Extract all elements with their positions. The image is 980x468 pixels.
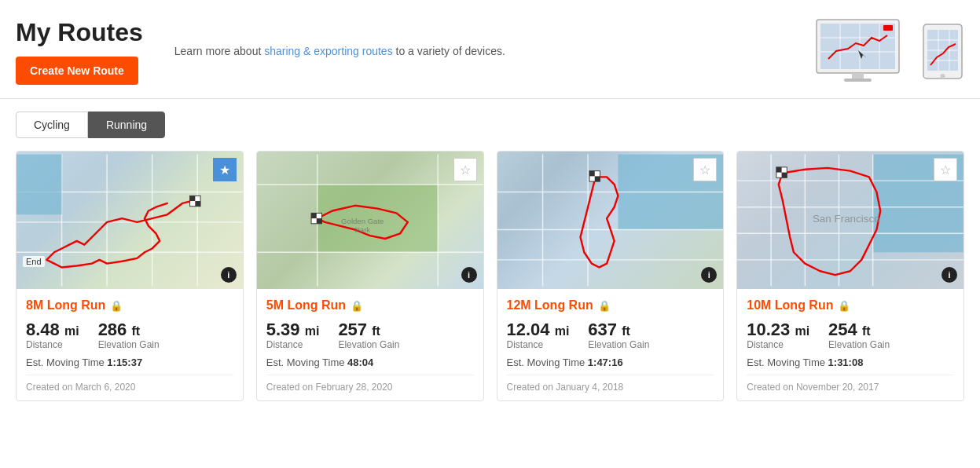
svg-rect-58 <box>776 167 782 173</box>
star-button-2[interactable]: ☆ <box>453 158 477 181</box>
distance-value-2: 5.39 mi <box>266 320 320 339</box>
distance-label-2: Distance <box>266 339 320 350</box>
distance-stat-3: 12.04 mi Distance <box>507 320 570 350</box>
distance-label-4: Distance <box>747 339 809 350</box>
route-stats-3: 12.04 mi Distance 637 ft Elevation Gain <box>507 320 714 350</box>
distance-label-1: Distance <box>26 339 79 350</box>
routes-grid: ★ i End 8M Long Run 🔒 8.48 mi Distance 2… <box>0 138 980 417</box>
route-info-1: 8M Long Run 🔒 8.48 mi Distance 286 ft El… <box>17 289 243 400</box>
lock-icon-3: 🔒 <box>598 300 611 312</box>
svg-rect-36 <box>317 218 322 224</box>
created-date-3: Created on January 4, 2018 <box>507 375 714 393</box>
route-stats-2: 5.39 mi Distance 257 ft Elevation Gain <box>266 320 474 350</box>
info-button-4[interactable]: i <box>941 267 957 283</box>
create-new-route-button[interactable]: Create New Route <box>16 57 138 85</box>
elevation-label-3: Elevation Gain <box>588 339 649 350</box>
svg-rect-9 <box>844 79 872 82</box>
elevation-label-2: Elevation Gain <box>338 339 399 350</box>
route-path-svg-1 <box>17 152 243 289</box>
sharing-exporting-link[interactable]: sharing & exporting routes <box>264 45 392 57</box>
elevation-value-1: 286 ft <box>98 320 160 339</box>
svg-rect-7 <box>883 25 893 31</box>
star-button-3[interactable]: ☆ <box>693 158 717 181</box>
route-map-4: San Francisco ☆ i <box>737 152 963 289</box>
lock-icon-1: 🔒 <box>110 300 123 312</box>
star-button-1[interactable]: ★ <box>213 158 237 181</box>
route-info-3: 12M Long Run 🔒 12.04 mi Distance 637 ft … <box>497 289 724 400</box>
route-info-2: 5M Long Run 🔒 5.39 mi Distance 257 ft El… <box>257 289 483 400</box>
route-card-1[interactable]: ★ i End 8M Long Run 🔒 8.48 mi Distance 2… <box>16 151 244 401</box>
elevation-label-1: Elevation Gain <box>98 339 160 350</box>
svg-rect-59 <box>782 173 787 178</box>
route-title-3[interactable]: 12M Long Run 🔒 <box>507 298 714 313</box>
svg-rect-25 <box>17 155 62 215</box>
star-button-4[interactable]: ☆ <box>934 158 957 181</box>
distance-value-4: 10.23 mi <box>747 320 809 339</box>
svg-text:Park: Park <box>354 225 370 234</box>
route-type-tabs: Cycling Running <box>16 112 964 138</box>
elevation-stat-3: 637 ft Elevation Gain <box>588 320 649 350</box>
svg-rect-27 <box>190 196 196 201</box>
monitor-icon <box>813 16 915 86</box>
tab-cycling[interactable]: Cycling <box>16 112 88 138</box>
distance-stat-2: 5.39 mi Distance <box>266 320 320 350</box>
created-date-2: Created on February 28, 2020 <box>266 375 474 393</box>
moving-time-1: Est. Moving Time 1:15:37 <box>26 356 233 368</box>
header: My Routes Create New Route Learn more ab… <box>0 0 980 99</box>
route-stats-4: 10.23 mi Distance 254 ft Elevation Gain <box>747 320 954 350</box>
learn-more-text: Learn more about <box>174 45 264 57</box>
svg-rect-46 <box>589 171 595 177</box>
page-title: My Routes <box>16 18 143 47</box>
route-title-1[interactable]: 8M Long Run 🔒 <box>26 298 233 313</box>
distance-stat-4: 10.23 mi Distance <box>747 320 809 350</box>
route-path-svg-4: San Francisco <box>737 152 963 289</box>
distance-value-1: 8.48 mi <box>26 320 79 339</box>
created-date-1: Created on March 6, 2020 <box>26 375 233 393</box>
moving-time-2: Est. Moving Time 48:04 <box>266 356 474 368</box>
route-path-svg-3 <box>497 152 724 289</box>
tab-running[interactable]: Running <box>88 112 165 138</box>
distance-value-3: 12.04 mi <box>507 320 570 339</box>
route-path-svg-2: Golden Gate Park <box>257 152 483 289</box>
elevation-value-2: 257 ft <box>338 320 399 339</box>
route-info-4: 10M Long Run 🔒 10.23 mi Distance 254 ft … <box>737 289 963 400</box>
svg-rect-47 <box>594 176 600 181</box>
elevation-label-4: Elevation Gain <box>828 339 890 350</box>
route-card-4[interactable]: San Francisco ☆ i 10M Long Run 🔒 10.23 m… <box>736 151 964 401</box>
route-map-1: ★ i End <box>17 152 243 289</box>
header-middle: Learn more about sharing & exporting rou… <box>143 45 813 57</box>
elevation-value-4: 254 ft <box>828 320 890 339</box>
svg-text:Golden Gate: Golden Gate <box>341 217 384 225</box>
moving-time-3: Est. Moving Time 1:47:16 <box>507 356 714 368</box>
route-map-2: Golden Gate Park ☆ i <box>257 152 483 289</box>
elevation-stat-1: 286 ft Elevation Gain <box>98 320 160 350</box>
svg-rect-35 <box>311 213 317 218</box>
route-card-3[interactable]: ☆ i 12M Long Run 🔒 12.04 mi Distance 637… <box>497 151 725 401</box>
svg-point-17 <box>941 74 945 79</box>
elevation-value-3: 637 ft <box>588 320 649 339</box>
lock-icon-4: 🔒 <box>838 300 850 312</box>
tabs-section: Cycling Running <box>0 99 980 138</box>
route-stats-1: 8.48 mi Distance 286 ft Elevation Gain <box>26 320 233 350</box>
header-left: My Routes Create New Route <box>16 18 143 85</box>
learn-more-suffix: to a variety of devices. <box>393 45 505 57</box>
created-date-4: Created on November 20, 2017 <box>747 375 954 393</box>
elevation-stat-2: 257 ft Elevation Gain <box>338 320 399 350</box>
moving-time-4: Est. Moving Time 1:31:08 <box>747 356 954 368</box>
svg-rect-8 <box>852 73 864 79</box>
elevation-stat-4: 254 ft Elevation Gain <box>828 320 890 350</box>
lock-icon-2: 🔒 <box>351 300 363 312</box>
route-card-2[interactable]: Golden Gate Park ☆ i 5M Long Run 🔒 5.39 … <box>256 151 484 401</box>
svg-text:San Francisco: San Francisco <box>813 213 880 225</box>
info-button-2[interactable]: i <box>461 267 477 283</box>
svg-rect-28 <box>195 201 200 207</box>
end-label-1: End <box>23 256 45 267</box>
distance-stat-1: 8.48 mi Distance <box>26 320 79 350</box>
route-title-2[interactable]: 5M Long Run 🔒 <box>266 298 474 313</box>
route-title-4[interactable]: 10M Long Run 🔒 <box>747 298 954 313</box>
device-illustration <box>813 16 964 86</box>
tablet-icon <box>921 22 964 81</box>
distance-label-3: Distance <box>507 339 570 350</box>
info-button-1[interactable]: i <box>221 267 237 283</box>
route-map-3: ☆ i <box>497 152 724 289</box>
